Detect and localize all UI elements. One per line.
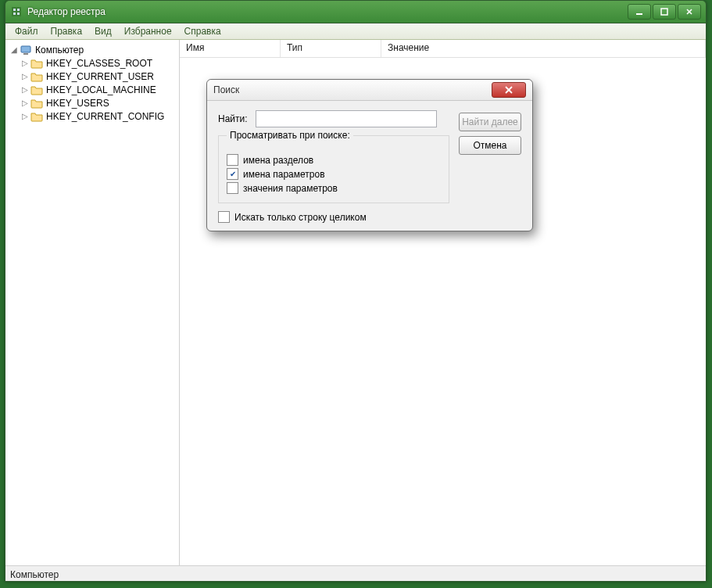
menu-help[interactable]: Справка [178, 24, 227, 38]
tree-item[interactable]: ▷HKEY_CLASSES_ROOT [5, 56, 179, 70]
checkbox-keys-row[interactable]: имена разделов [227, 154, 441, 166]
dialog-titlebar[interactable]: Поиск [207, 80, 532, 101]
minimize-button[interactable] [628, 4, 651, 20]
svg-rect-4 [17, 13, 20, 15]
group-legend: Просматривать при поиске: [227, 130, 353, 141]
window-title: Редактор реестра [27, 6, 628, 17]
main-window: Редактор реестра Файл Правка Вид Избранн… [5, 0, 707, 582]
find-dialog: Поиск Найти: Найти далее Отмена Просматр… [206, 79, 533, 231]
folder-icon [30, 84, 43, 96]
tree-item-label: HKEY_LOCAL_MACHINE [46, 84, 156, 95]
statusbar: Компьютер [5, 565, 706, 582]
tree-item-label: HKEY_USERS [46, 98, 109, 109]
checkbox-whole-row[interactable]: Искать только строку целиком [218, 211, 521, 223]
folder-icon [30, 57, 43, 70]
checkbox-whole-label: Искать только строку целиком [234, 212, 367, 223]
tree-item[interactable]: ▷HKEY_USERS [5, 96, 179, 109]
checkbox-data[interactable] [227, 182, 238, 194]
checkbox-data-row[interactable]: значения параметров [227, 182, 441, 194]
checkbox-values[interactable]: ✔ [227, 168, 238, 180]
statusbar-text: Компьютер [10, 569, 59, 580]
look-at-group: Просматривать при поиске: имена разделов… [218, 135, 449, 203]
cancel-button[interactable]: Отмена [459, 136, 521, 155]
svg-rect-5 [636, 13, 642, 15]
tree-item-label: HKEY_CLASSES_ROOT [46, 58, 152, 69]
folder-icon [30, 70, 43, 83]
checkbox-keys[interactable] [227, 154, 238, 166]
svg-rect-9 [21, 46, 30, 52]
tree-item[interactable]: ▷HKEY_CURRENT_USER [5, 70, 179, 83]
tree-root[interactable]: ◢ Компьютер [5, 43, 179, 56]
svg-rect-2 [17, 9, 20, 11]
tree-item[interactable]: ▷HKEY_CURRENT_CONFIG [5, 109, 179, 123]
find-next-button[interactable]: Найти далее [459, 113, 521, 131]
column-value[interactable]: Значение [381, 40, 706, 57]
folder-icon [30, 110, 43, 123]
folder-icon [30, 97, 43, 109]
menubar: Файл Правка Вид Избранное Справка [5, 23, 706, 40]
collapse-icon[interactable]: ◢ [9, 45, 20, 54]
svg-rect-0 [12, 7, 21, 16]
maximize-button[interactable] [653, 4, 676, 20]
titlebar[interactable]: Редактор реестра [5, 1, 706, 23]
svg-rect-10 [23, 53, 28, 55]
list-header: Имя Тип Значение [180, 40, 706, 58]
svg-rect-3 [13, 13, 16, 15]
column-type[interactable]: Тип [281, 40, 381, 57]
tree-item-label: HKEY_CURRENT_USER [46, 71, 154, 82]
computer-icon [20, 44, 32, 56]
tree-item[interactable]: ▷HKEY_LOCAL_MACHINE [5, 83, 179, 96]
expand-icon[interactable]: ▷ [20, 85, 30, 94]
tree-root-label: Компьютер [35, 45, 84, 56]
expand-icon[interactable]: ▷ [20, 72, 30, 81]
expand-icon[interactable]: ▷ [20, 112, 30, 120]
checkbox-keys-label: имена разделов [243, 155, 313, 166]
menu-favorites[interactable]: Избранное [118, 24, 178, 38]
close-button[interactable] [678, 4, 701, 20]
tree-pane[interactable]: ◢ Компьютер ▷HKEY_CLASSES_ROOT▷HKEY_CURR… [5, 40, 180, 565]
dialog-title: Поиск [213, 84, 492, 95]
svg-rect-6 [661, 9, 667, 15]
app-icon [10, 5, 23, 18]
checkbox-whole[interactable] [218, 211, 230, 223]
dialog-close-button[interactable] [492, 82, 526, 98]
checkbox-values-row[interactable]: ✔ имена параметров [227, 168, 441, 180]
menu-file[interactable]: Файл [9, 24, 45, 38]
menu-view[interactable]: Вид [88, 24, 118, 38]
checkbox-data-label: значения параметров [243, 183, 338, 194]
svg-rect-1 [13, 9, 16, 11]
checkbox-values-label: имена параметров [243, 169, 325, 180]
menu-edit[interactable]: Правка [45, 24, 89, 38]
expand-icon[interactable]: ▷ [20, 99, 30, 107]
expand-icon[interactable]: ▷ [20, 59, 30, 67]
find-input[interactable] [256, 110, 437, 127]
column-name[interactable]: Имя [180, 40, 281, 57]
find-label: Найти: [218, 113, 256, 124]
tree-item-label: HKEY_CURRENT_CONFIG [46, 111, 164, 122]
